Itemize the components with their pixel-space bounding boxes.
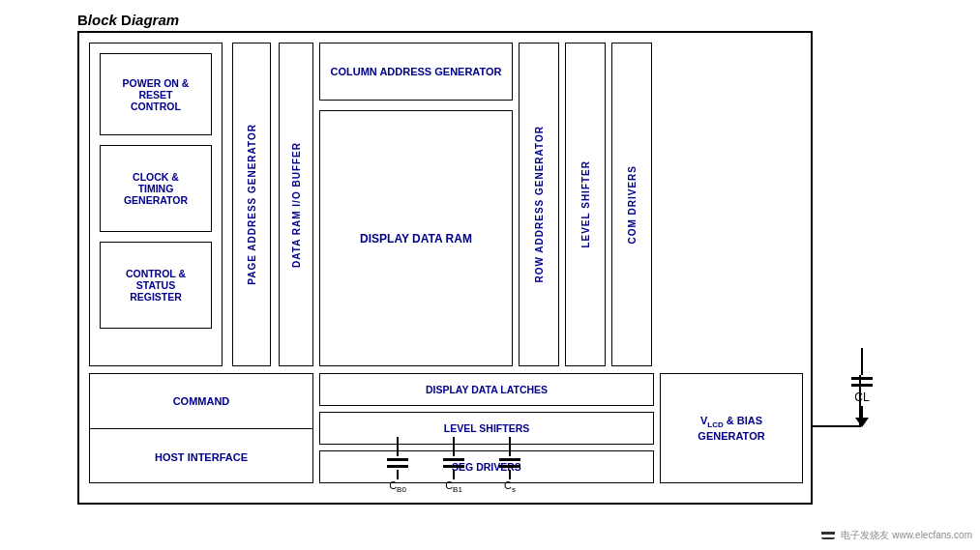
- cl-label: CL: [854, 391, 869, 404]
- cs-label: Cs: [504, 479, 516, 494]
- command-block: COMMAND: [90, 374, 312, 429]
- command-label: COMMAND: [173, 395, 230, 407]
- cl-plate-bot: [851, 384, 873, 387]
- level-shifters-bot-block: LEVEL SHIFTERS: [319, 412, 654, 445]
- level-shifters-bot-label: LEVEL SHIFTERS: [444, 422, 530, 434]
- cs-plate-top: [499, 458, 520, 461]
- cs-capacitor: Cs: [499, 437, 520, 494]
- cb1-label: CB1: [445, 479, 462, 494]
- cs-plate-bot: [499, 465, 520, 468]
- level-shifter-label: LEVEL SHIFTER: [580, 160, 591, 248]
- data-ram-io-block: DATA RAM I/O BUFFER: [279, 43, 313, 366]
- col-addr-gen-block: COLUMN ADDRESS GENERATOR: [319, 43, 513, 101]
- power-on-reset-label: POWER ON &RESETCONTROL: [123, 77, 190, 112]
- col-addr-gen-label: COLUMN ADDRESS GENERATOR: [330, 66, 501, 77]
- clock-timing-block: CLOCK &TIMINGGENERATOR: [100, 145, 212, 232]
- seg-drivers-block: SEG DRIVERS: [319, 450, 654, 483]
- cl-plate-top: [851, 377, 873, 380]
- cb0-wire-top: [397, 437, 399, 456]
- watermark: 电子发烧友 www.elecfans.com: [821, 529, 972, 542]
- power-on-reset-block: POWER ON &RESETCONTROL: [100, 53, 212, 135]
- cb0-wire-bot: [397, 470, 399, 479]
- cb0-plate-top: [387, 458, 408, 461]
- page-addr-gen-block: PAGE ADDRESS GENERATOR: [232, 43, 271, 366]
- cl-capacitor: CL: [851, 348, 873, 427]
- vlcd-bias-block: VLCD & BIASGENERATOR: [660, 373, 803, 483]
- clock-timing-label: CLOCK &TIMINGGENERATOR: [124, 171, 188, 206]
- com-drivers-block: COM DRIVERS: [611, 43, 652, 366]
- cb1-capacitor: CB1: [443, 437, 464, 494]
- host-interface-label: HOST INTERFACE: [155, 451, 248, 463]
- cb1-wire-top: [453, 437, 455, 456]
- page-title: Block Diagram: [77, 12, 179, 28]
- watermark-icon: [821, 531, 835, 541]
- row-addr-gen-label: ROW ADDRESS GENERATOR: [534, 126, 545, 283]
- data-ram-io-label: DATA RAM I/O BUFFER: [291, 142, 302, 268]
- cb1-plate-bot: [443, 465, 464, 468]
- com-drivers-label: COM DRIVERS: [627, 165, 638, 245]
- cb0-label: CB0: [389, 479, 406, 494]
- control-status-block: CONTROL &STATUSREGISTER: [100, 242, 212, 329]
- display-data-ram-block: DISPLAY DATA RAM: [319, 110, 513, 366]
- vlcd-bias-label: VLCD & BIASGENERATOR: [698, 415, 764, 441]
- display-data-ram-label: DISPLAY DATA RAM: [360, 232, 472, 246]
- left-col-group: POWER ON &RESETCONTROL CLOCK &TIMINGGENE…: [89, 43, 223, 366]
- arrow-down-icon: [855, 418, 869, 427]
- cb0-plate-bot: [387, 465, 408, 468]
- cb1-wire-bot: [453, 470, 455, 479]
- host-interface-block: HOST INTERFACE: [90, 429, 312, 484]
- main-diagram-box: COLUMN ADDRESS GENERATOR POWER ON &RESET…: [77, 31, 813, 505]
- cs-wire-bot: [509, 470, 511, 479]
- level-shifter-block: LEVEL SHIFTER: [565, 43, 606, 366]
- watermark-text: 电子发烧友 www.elecfans.com: [841, 529, 972, 542]
- command-host-section: COMMAND HOST INTERFACE: [89, 373, 313, 483]
- cb1-plate-top: [443, 458, 464, 461]
- row-addr-gen-block: ROW ADDRESS GENERATOR: [519, 43, 559, 366]
- disp-data-latches-block: DISPLAY DATA LATCHES: [319, 373, 654, 406]
- disp-data-latches-label: DISPLAY DATA LATCHES: [426, 384, 548, 395]
- cl-wire-bot: [861, 406, 863, 418]
- cb0-capacitor: CB0: [387, 437, 408, 494]
- page-addr-gen-label: PAGE ADDRESS GENERATOR: [247, 124, 257, 285]
- cl-wire-top: [861, 348, 863, 375]
- cs-wire-top: [509, 437, 511, 456]
- control-status-label: CONTROL &STATUSREGISTER: [126, 268, 186, 303]
